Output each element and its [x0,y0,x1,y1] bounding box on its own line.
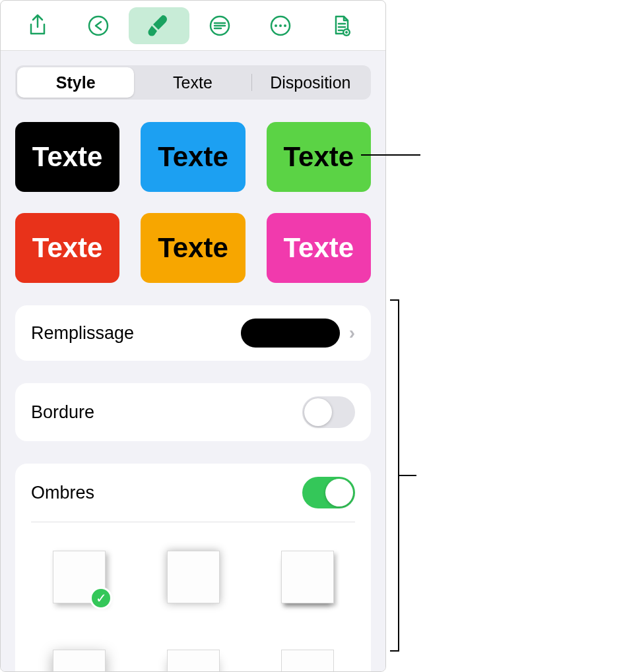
tab-disposition[interactable]: Disposition [252,67,369,98]
preset-5[interactable]: Texte [267,213,371,283]
share-icon[interactable] [7,7,68,44]
preset-3[interactable]: Texte [15,213,119,283]
fill-card: Remplissage › [15,305,371,361]
border-label: Bordure [31,402,94,423]
shadow-options-grid: ✓ [15,522,371,671]
format-brush-icon[interactable] [129,7,189,44]
document-icon[interactable] [311,7,372,44]
svg-point-3 [275,24,277,27]
svg-point-0 [89,16,108,35]
shadow-option-2[interactable] [270,541,344,613]
shadows-card: Ombres ✓ [15,464,371,671]
style-presets-grid: Texte Texte Texte Texte Texte Texte [15,122,371,283]
more-icon[interactable] [250,7,311,44]
preset-4[interactable]: Texte [141,213,245,283]
border-row: Bordure [15,383,371,441]
segmented-control: Style Texte Disposition [15,65,371,100]
tab-texte[interactable]: Texte [134,67,251,98]
shadow-option-5[interactable] [270,640,344,671]
border-toggle[interactable] [302,396,355,428]
shadow-option-4[interactable] [156,640,230,671]
chevron-right-icon: › [349,322,355,344]
panel-body: Style Texte Disposition Texte Texte Text… [1,51,385,671]
format-inspector-panel: Style Texte Disposition Texte Texte Text… [0,0,386,672]
shadow-option-1[interactable] [156,541,230,613]
fill-label: Remplissage [31,323,134,344]
preset-1[interactable]: Texte [141,122,245,192]
shadow-option-0[interactable]: ✓ [42,541,116,613]
shadow-option-3[interactable] [42,640,116,671]
toolbar [1,1,385,51]
shadows-label: Ombres [31,483,94,503]
undo-icon[interactable] [68,7,129,44]
svg-point-8 [345,31,348,34]
preset-0[interactable]: Texte [15,122,119,192]
insert-icon[interactable] [189,7,250,44]
tab-style[interactable]: Style [17,67,134,98]
callout-line-presets [361,154,420,156]
shadows-toggle[interactable] [302,477,355,508]
fill-color-swatch[interactable] [241,319,340,348]
callout-line-controls [399,475,416,476]
shadows-row: Ombres [15,464,371,522]
preset-2[interactable]: Texte [267,122,371,192]
checkmark-icon: ✓ [90,587,112,609]
border-card: Bordure [15,383,371,441]
svg-point-4 [279,24,282,27]
svg-point-5 [284,24,286,27]
fill-row[interactable]: Remplissage › [15,305,371,361]
